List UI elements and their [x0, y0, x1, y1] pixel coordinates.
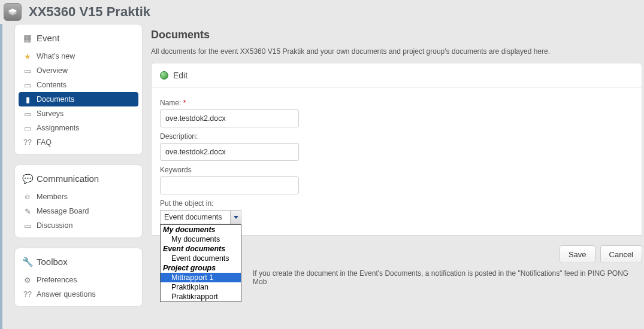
dropdown-group-label: Project groups: [161, 263, 241, 273]
select-current-text: Event documents: [161, 213, 226, 221]
sidebar-item-label: Answer questions: [37, 290, 96, 298]
edit-title: Edit: [173, 71, 188, 80]
svg-marker-2: [234, 216, 238, 219]
sidebar-item-label: What's new: [37, 52, 75, 60]
edit-card: Edit Name: * Description: Keywords Put t…: [151, 63, 642, 236]
sidebar-panel-communication: 💬 Communication ☺Members ✎Message Board …: [14, 164, 143, 238]
dropdown-option[interactable]: Praktikplan: [161, 282, 241, 292]
description-input[interactable]: [160, 143, 299, 161]
sidebar-item-label: Members: [37, 193, 68, 201]
dropdown-option[interactable]: Mittrapport 1: [161, 273, 241, 282]
edit-header: Edit: [152, 63, 642, 88]
app-icon: [4, 3, 22, 21]
sidebar-item-preferences[interactable]: ⚙Preferences: [15, 273, 142, 287]
dropdown-option[interactable]: Event documents: [161, 254, 241, 263]
sidebar-item-whats-new[interactable]: ★What's new: [15, 49, 142, 63]
sidebar-item-label: Message Board: [37, 207, 89, 215]
sidebar-item-faq[interactable]: ??FAQ: [15, 135, 142, 150]
save-button[interactable]: Save: [560, 245, 595, 263]
sidebar-item-discussion[interactable]: ▭Discussion: [15, 218, 142, 233]
label-keywords: Keywords: [160, 166, 633, 174]
document-icon: ▮: [23, 95, 32, 103]
sidebar-item-label: Overview: [37, 66, 68, 75]
sidebar: ▦ Event ★What's new ▭Overview ▭Contents …: [14, 24, 143, 307]
pin-icon: ✎: [23, 207, 32, 215]
sidebar-item-message-board[interactable]: ✎Message Board: [15, 204, 142, 218]
question-icon: ??: [23, 138, 32, 147]
panel-title: Toolbox: [37, 257, 68, 267]
sidebar-item-label: Preferences: [37, 276, 77, 284]
question-icon: ??: [23, 290, 32, 298]
globe-icon: [160, 71, 168, 80]
sidebar-item-label: FAQ: [37, 138, 52, 147]
footer-note: If you create the document in the Event'…: [253, 269, 642, 286]
sidebar-item-label: Surveys: [37, 109, 64, 118]
label-put-in: Put the object in:: [160, 199, 633, 208]
left-accent-stripe: [0, 24, 2, 329]
dropdown-group-label: Event documents: [161, 244, 241, 254]
sidebar-item-members[interactable]: ☺Members: [15, 190, 142, 204]
cancel-button[interactable]: Cancel: [600, 245, 642, 263]
button-row: Save Cancel: [560, 245, 642, 263]
dropdown-group-label: My documents: [161, 225, 241, 234]
gear-icon: ⚙: [23, 276, 32, 284]
sidebar-item-label: Documents: [37, 95, 74, 103]
chevron-down-icon: [230, 211, 241, 224]
panel-title: Communication: [37, 173, 99, 184]
label-name: Name: *: [160, 99, 633, 107]
panel-header: 🔧 Toolbox: [15, 254, 142, 273]
page-icon: ▭: [23, 81, 32, 89]
page-icon: ▭: [23, 221, 32, 230]
sidebar-item-label: Assignments: [37, 124, 80, 132]
page-icon: ▭: [23, 124, 32, 132]
wrench-icon: 🔧: [23, 258, 32, 266]
sidebar-item-answer-questions[interactable]: ??Answer questions: [15, 287, 142, 301]
sidebar-item-label: Discussion: [37, 221, 72, 230]
sidebar-item-documents[interactable]: ▮Documents: [19, 92, 138, 106]
name-input[interactable]: [160, 109, 299, 127]
main-heading: Documents: [151, 29, 642, 41]
dropdown-option[interactable]: Praktikrapport: [161, 292, 241, 301]
put-in-dropdown: My documents My documents Event document…: [160, 224, 241, 302]
keywords-input[interactable]: [160, 176, 299, 194]
calendar-icon: ▦: [23, 34, 32, 42]
sidebar-item-surveys[interactable]: ▭Surveys: [15, 106, 142, 121]
sidebar-item-overview[interactable]: ▭Overview: [15, 63, 142, 78]
required-marker: *: [183, 99, 186, 107]
panel-header: ▦ Event: [15, 31, 142, 49]
main-description: All documents for the event XX5360 V15 P…: [151, 47, 642, 56]
sidebar-item-assignments[interactable]: ▭Assignments: [15, 121, 142, 135]
speech-icon: 💬: [23, 175, 32, 183]
topbar: XX5360 V15 Praktik: [0, 0, 644, 24]
panel-header: 💬 Communication: [15, 171, 142, 190]
panel-title: Event: [37, 33, 59, 43]
main-content: Documents All documents for the event XX…: [151, 24, 642, 307]
star-icon: ★: [23, 52, 32, 60]
label-description: Description:: [160, 132, 633, 141]
sidebar-panel-toolbox: 🔧 Toolbox ⚙Preferences ??Answer question…: [14, 248, 143, 307]
sidebar-item-label: Contents: [37, 81, 66, 89]
put-in-select[interactable]: Event documents: [160, 210, 241, 224]
page-title: XX5360 V15 Praktik: [29, 4, 150, 20]
page-icon: ▭: [23, 66, 32, 75]
page-icon: ▭: [23, 109, 32, 118]
person-icon: ☺: [23, 193, 32, 201]
sidebar-panel-event: ▦ Event ★What's new ▭Overview ▭Contents …: [14, 24, 143, 155]
sidebar-item-contents[interactable]: ▭Contents: [15, 78, 142, 92]
dropdown-option[interactable]: My documents: [161, 234, 241, 244]
